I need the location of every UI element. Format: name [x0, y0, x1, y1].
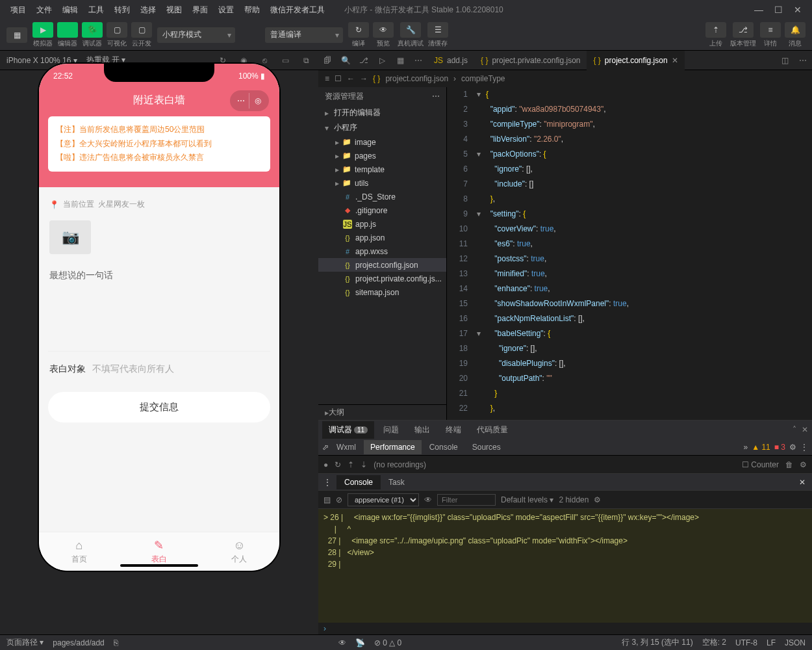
inspect-icon[interactable]: ⬀: [322, 443, 329, 452]
right-详情[interactable]: ≡: [760, 22, 781, 38]
rotate-icon[interactable]: ⎋: [259, 56, 270, 65]
fold-icon[interactable]: [477, 311, 486, 326]
eol[interactable]: LF: [767, 638, 776, 647]
search-icon[interactable]: 🔍: [336, 56, 355, 65]
tree-item[interactable]: {}project.config.json: [318, 258, 446, 272]
app-icon[interactable]: ▦: [6, 27, 27, 43]
location-row[interactable]: 📍 当前位置 火星网友一枚: [48, 195, 270, 214]
panel-tab-问题[interactable]: 问题: [377, 421, 405, 439]
page-path[interactable]: pages/add/add: [53, 638, 104, 647]
fold-icon[interactable]: [477, 252, 486, 266]
fold-icon[interactable]: [477, 132, 486, 147]
filter-input[interactable]: [437, 494, 496, 506]
section-project[interactable]: 小程序: [318, 120, 446, 135]
more-icon[interactable]: »: [743, 443, 748, 452]
tree-item[interactable]: JSapp.js: [318, 217, 446, 231]
error-count[interactable]: ■ 3: [774, 443, 785, 452]
fold-icon[interactable]: [477, 371, 486, 386]
fold-icon[interactable]: [477, 237, 486, 252]
warning-count[interactable]: ▲ 11: [752, 443, 770, 452]
diagnostics[interactable]: ⊘ 0 △ 0: [374, 638, 401, 647]
fold-icon[interactable]: [477, 117, 486, 132]
right-消息[interactable]: 🔔: [785, 22, 806, 38]
drawer-icon[interactable]: ⋮: [318, 478, 336, 487]
devtab-Wxml[interactable]: Wxml: [330, 440, 362, 454]
action-预览[interactable]: 👁: [373, 22, 394, 38]
submit-button[interactable]: 提交信息: [48, 392, 270, 422]
forward-icon[interactable]: →: [360, 74, 368, 83]
more-icon[interactable]: ⋮: [800, 443, 808, 452]
fold-icon[interactable]: [477, 222, 486, 237]
gear-icon[interactable]: ⚙: [800, 460, 807, 469]
indent[interactable]: 空格: 2: [702, 637, 726, 648]
console-output[interactable]: > 26 | <image wx:for="{{imglist}}" class…: [318, 509, 812, 623]
console-prompt[interactable]: ›: [318, 623, 812, 634]
phone-simulator[interactable]: 22:52 100% ▮ 附近表白墙 ⋯◎ 【注】当前所发信息将覆盖周边50公里…: [39, 64, 279, 571]
fold-icon[interactable]: [477, 356, 486, 371]
compile-select[interactable]: 普通编译: [265, 27, 343, 43]
maximize-icon[interactable]: ☐: [769, 5, 787, 15]
capsule[interactable]: ⋯◎: [230, 90, 269, 111]
fold-icon[interactable]: [477, 401, 486, 416]
tool-编辑器[interactable]: [57, 22, 78, 38]
counter-checkbox[interactable]: ☐ Counter: [742, 460, 779, 469]
fold-icon[interactable]: [477, 162, 486, 177]
breadcrumb-file[interactable]: project.config.json: [385, 74, 448, 83]
bookmark-icon[interactable]: ☐: [335, 74, 342, 83]
fold-icon[interactable]: [477, 192, 486, 207]
fold-icon[interactable]: [477, 102, 486, 117]
explorer-toggle-icon[interactable]: 🗐: [318, 56, 336, 65]
fold-icon[interactable]: ▾: [477, 87, 486, 102]
trash-icon[interactable]: 🗑: [785, 460, 793, 469]
tree-item[interactable]: #app.wxss: [318, 244, 446, 258]
more-icon[interactable]: ⋯: [409, 56, 427, 65]
scm-icon[interactable]: ⎇: [355, 56, 373, 65]
action-编译[interactable]: ↻: [348, 22, 369, 38]
editor-tab[interactable]: { }project.config.json✕: [587, 51, 684, 70]
fold-icon[interactable]: [477, 341, 486, 356]
menu-icon[interactable]: ⋯: [233, 93, 249, 109]
editor-tab[interactable]: JSadd.js: [427, 51, 474, 70]
download-icon[interactable]: ⇣: [361, 460, 367, 469]
close-icon[interactable]: ✕: [789, 5, 807, 15]
fold-icon[interactable]: ▾: [477, 207, 486, 222]
menu-视图[interactable]: 视图: [161, 3, 187, 17]
debug-icon[interactable]: ▷: [373, 56, 391, 65]
menu-界面[interactable]: 界面: [187, 3, 213, 17]
page-path-label[interactable]: 页面路径 ▾: [6, 637, 44, 648]
outline-section[interactable]: 大纲: [318, 404, 446, 420]
panel-tab-终端[interactable]: 终端: [439, 421, 468, 439]
menu-工具[interactable]: 工具: [83, 3, 109, 17]
reload-icon[interactable]: ↻: [335, 460, 341, 469]
menu-设置[interactable]: 设置: [213, 3, 239, 17]
fold-icon[interactable]: [477, 177, 486, 192]
tree-item[interactable]: ▸📁pages: [318, 149, 446, 162]
ext-icon[interactable]: ▦: [391, 56, 409, 65]
panel-tab-调试器[interactable]: 调试器11: [322, 421, 374, 439]
tab-task[interactable]: Task: [381, 475, 412, 489]
action-清缓存[interactable]: ☰: [427, 22, 448, 38]
close-icon[interactable]: ✕: [793, 478, 812, 487]
fold-icon[interactable]: [477, 386, 486, 401]
more-icon[interactable]: ⋯: [794, 56, 812, 65]
eye-icon[interactable]: 👁: [338, 638, 346, 647]
encoding[interactable]: UTF-8: [735, 638, 757, 647]
tab-console[interactable]: Console: [336, 475, 381, 489]
clear-icon[interactable]: ⊘: [336, 495, 342, 504]
menu-文件[interactable]: 文件: [31, 3, 57, 17]
tool-调试器[interactable]: 🪲: [82, 22, 103, 38]
target-icon[interactable]: ◎: [249, 93, 266, 109]
levels-select[interactable]: Default levels ▾: [501, 495, 553, 504]
tree-item[interactable]: {}project.private.config.js...: [318, 272, 446, 285]
tree-item[interactable]: ▸📁template: [318, 162, 446, 176]
fold-icon[interactable]: [477, 281, 486, 296]
language[interactable]: JSON: [785, 638, 806, 647]
context-select[interactable]: appservice (#1): [348, 493, 419, 506]
eye-icon[interactable]: 👁: [424, 495, 432, 504]
tree-item[interactable]: {}app.json: [318, 231, 446, 244]
menu-项目[interactable]: 项目: [5, 3, 31, 17]
more-icon[interactable]: ⋯: [432, 92, 440, 101]
right-版本管理[interactable]: ⎇: [733, 22, 754, 38]
upload-icon[interactable]: ⇡: [348, 460, 354, 469]
devtab-Performance[interactable]: Performance: [364, 440, 422, 454]
